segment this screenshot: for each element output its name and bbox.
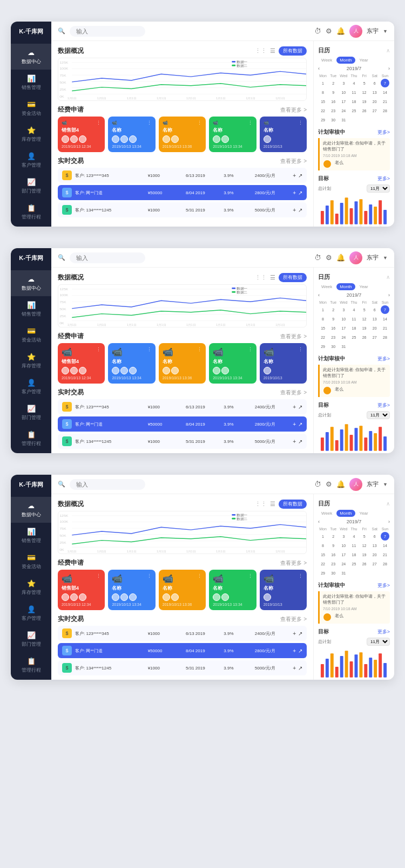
filter-button-3[interactable]: 所有数据 xyxy=(279,500,307,509)
bell-icon-3[interactable]: 🔔 xyxy=(336,480,345,488)
cal-day[interactable]: 21 xyxy=(381,97,389,106)
tx-action-share-3[interactable]: ↗ xyxy=(298,207,302,213)
cal-day[interactable] xyxy=(360,115,369,124)
tx-action-share-1[interactable]: ↗ xyxy=(298,173,302,179)
cal-day[interactable]: 13 xyxy=(370,88,379,97)
sidebar-item-departments-2[interactable]: 📈 部门管理 xyxy=(11,400,51,426)
grid-icon[interactable]: ⋮⋮ xyxy=(255,47,267,54)
goals-select-3[interactable]: 9月10月11月 xyxy=(367,638,390,646)
list-icon[interactable]: ☰ xyxy=(270,47,275,54)
goals-more-1[interactable]: 更多> xyxy=(377,175,390,182)
cal-collapse-1[interactable]: ∧ xyxy=(386,47,390,53)
time-icon-3[interactable]: ⏱ xyxy=(314,480,321,488)
sidebar-item-finance-2[interactable]: 💳 资金活动 xyxy=(11,322,51,348)
dropdown-icon-2[interactable]: ▼ xyxy=(383,255,388,261)
cal-day[interactable]: 2 xyxy=(329,79,338,87)
cal-day[interactable]: 18 xyxy=(349,97,358,106)
cal-day[interactable] xyxy=(349,115,358,124)
tx-action-add-3[interactable]: + xyxy=(293,207,296,213)
cal-day[interactable] xyxy=(370,115,379,124)
sidebar-item-dc3[interactable]: ☁ 数据中心 xyxy=(11,497,51,523)
cal-tab-week-1[interactable]: Week xyxy=(318,57,335,64)
cal-day[interactable]: 15 xyxy=(319,97,327,106)
bell-icon[interactable]: 🔔 xyxy=(336,27,345,35)
cal-day[interactable]: 24 xyxy=(339,106,348,115)
cal-day[interactable]: 17 xyxy=(339,97,348,106)
cal-day[interactable]: 30 xyxy=(329,115,338,124)
sidebar-item-i3[interactable]: ⭐ 库存管理 xyxy=(11,575,51,600)
sidebar-item-schedule-1[interactable]: 📋 管理行程 xyxy=(11,199,51,225)
cal-tab-month-1[interactable]: Month xyxy=(336,57,355,64)
filter-button-1[interactable]: 所有数据 xyxy=(279,46,307,56)
sidebar-item-f3[interactable]: 💳 资金活动 xyxy=(11,549,51,575)
cal-day[interactable]: 1 xyxy=(319,79,327,87)
cal-day[interactable]: 6 xyxy=(370,79,379,87)
sidebar-item-d3[interactable]: 📈 部门管理 xyxy=(11,626,51,652)
grid-icon-2[interactable]: ⋮⋮ xyxy=(255,274,267,281)
settings-icon[interactable]: ⚙ xyxy=(326,27,332,35)
schedule-more-1[interactable]: 更多> xyxy=(377,129,390,136)
tx-more-1[interactable]: 查看更多 > xyxy=(280,158,307,165)
cal-day[interactable]: 20 xyxy=(370,97,379,106)
search-input-3[interactable] xyxy=(70,479,145,490)
cal-prev-1[interactable]: ‹ xyxy=(318,66,320,71)
cal-day[interactable]: 29 xyxy=(319,115,327,124)
cal-next-1[interactable]: › xyxy=(388,66,390,71)
sidebar-item-logout-1[interactable]: ↩ 退出 xyxy=(11,225,51,227)
cal-day[interactable]: 22 xyxy=(319,106,327,115)
list-icon-3[interactable]: ☰ xyxy=(270,501,275,508)
grid-icon-3[interactable]: ⋮⋮ xyxy=(255,501,267,508)
goals-period-select-1[interactable]: 9月 10月 11月 xyxy=(367,184,390,193)
sidebar-item-inventory-1[interactable]: ⭐ 库存管理 xyxy=(11,121,51,147)
sidebar-item-sales-2[interactable]: 📊 销售管理 xyxy=(11,296,51,322)
tx-action-share-2[interactable]: ↗ xyxy=(298,190,302,196)
tx-action-add-1[interactable]: + xyxy=(293,173,296,179)
cal-day[interactable]: 31 xyxy=(339,115,348,124)
cal-day-today[interactable]: 7 xyxy=(381,79,389,87)
time-icon[interactable]: ⏱ xyxy=(314,27,321,35)
cal-day[interactable]: 5 xyxy=(360,79,369,87)
cal-day[interactable]: 23 xyxy=(329,106,338,115)
sidebar-item-departments-1[interactable]: 📈 部门管理 xyxy=(11,173,51,199)
cal-tab-year-1[interactable]: Year xyxy=(356,57,372,64)
avatar-3[interactable]: 人 xyxy=(349,478,362,491)
tx-action-add-2[interactable]: + xyxy=(293,190,296,196)
list-icon-2[interactable]: ☰ xyxy=(270,274,275,281)
cal-day[interactable]: 9 xyxy=(329,88,338,97)
search-input-2[interactable] xyxy=(70,252,145,263)
cal-day[interactable]: 27 xyxy=(370,106,379,115)
cal-day[interactable]: 11 xyxy=(349,88,358,97)
avatar-1[interactable]: 人 xyxy=(349,25,362,38)
time-icon-2[interactable]: ⏱ xyxy=(314,254,321,262)
sidebar-item-schedule-2[interactable]: 📋 管理行程 xyxy=(11,426,51,452)
avatar-2[interactable]: 人 xyxy=(349,251,362,264)
settings-icon-2[interactable]: ⚙ xyxy=(326,254,332,262)
cal-day[interactable]: 10 xyxy=(339,88,348,97)
cal-day[interactable]: 25 xyxy=(349,106,358,115)
cal-day[interactable]: 16 xyxy=(329,97,338,106)
cal-day[interactable]: 3 xyxy=(339,79,348,87)
cal-day[interactable]: 28 xyxy=(381,106,389,115)
sidebar-item-inventory-2[interactable]: ⭐ 库存管理 xyxy=(11,348,51,374)
sidebar-item-sc3[interactable]: 📋 管理行程 xyxy=(11,652,51,678)
sidebar-item-c3[interactable]: 👤 客户管理 xyxy=(11,600,51,626)
cal-day[interactable]: 12 xyxy=(360,88,369,97)
cal-day[interactable] xyxy=(381,115,389,124)
cal-day[interactable]: 26 xyxy=(360,106,369,115)
sidebar-item-customers-2[interactable]: 👤 客户管理 xyxy=(11,374,51,400)
goals-select-2[interactable]: 9月10月11月 xyxy=(367,411,390,419)
sidebar-item-datacenter-1[interactable]: ☁ 数据中心 xyxy=(11,44,51,70)
sidebar-item-s3[interactable]: 📊 销售管理 xyxy=(11,523,51,549)
cal-day[interactable]: 8 xyxy=(319,88,327,97)
bell-icon-2[interactable]: 🔔 xyxy=(336,254,345,262)
sidebar-item-customers-1[interactable]: 👤 客户管理 xyxy=(11,147,51,173)
sidebar-item-finance-1[interactable]: 💳 资金活动 xyxy=(11,95,51,121)
settings-icon-3[interactable]: ⚙ xyxy=(326,480,332,488)
sidebar-item-logout-2[interactable]: ↩ 退出 xyxy=(11,452,51,453)
cal-day[interactable]: 14 xyxy=(381,88,389,97)
sidebar-item-sales-1[interactable]: 📊 销售管理 xyxy=(11,70,51,95)
cal-day[interactable]: 4 xyxy=(349,79,358,87)
expense-more-1[interactable]: 查看更多 > xyxy=(280,106,307,114)
search-input-1[interactable] xyxy=(70,26,145,37)
sidebar-item-datacenter-2[interactable]: ☁ 数据中心 xyxy=(11,270,51,296)
